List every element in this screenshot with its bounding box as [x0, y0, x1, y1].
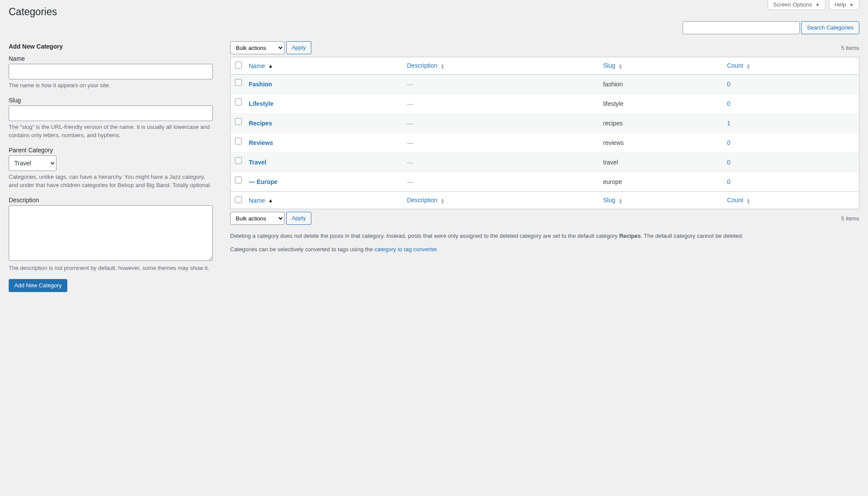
col-count[interactable]: Count ▲▼	[723, 57, 859, 75]
table-row: Lifestyle—lifestyle0	[231, 94, 859, 114]
row-count-link[interactable]: 0	[727, 159, 730, 166]
name-label: Name	[9, 55, 213, 62]
table-row: — Europe—europe0	[231, 172, 859, 191]
notes: Deleting a category does not delete the …	[230, 232, 859, 254]
chevron-down-icon: ▼	[815, 3, 820, 7]
name-input[interactable]	[9, 64, 213, 79]
row-checkbox[interactable]	[235, 177, 242, 184]
bulk-actions-bottom[interactable]: Bulk actions	[230, 212, 284, 225]
row-slug: recipes	[599, 114, 723, 133]
converter-link[interactable]: category to tag converter	[374, 246, 436, 253]
description-label: Description	[9, 197, 213, 204]
apply-top-button[interactable]: Apply	[286, 41, 312, 54]
col-description[interactable]: Description ▲▼	[403, 57, 599, 75]
description-input[interactable]	[9, 205, 213, 261]
items-count-bottom: 5 items	[841, 215, 859, 222]
row-description: —	[407, 120, 413, 127]
parent-help: Categories, unlike tags, can have a hier…	[9, 173, 213, 190]
slug-input[interactable]	[9, 105, 213, 121]
row-slug: lifestyle	[599, 94, 723, 114]
screen-options-label: Screen Options	[773, 1, 812, 8]
category-name-link[interactable]: Travel	[249, 159, 266, 166]
row-slug: travel	[599, 153, 723, 172]
col-slug-foot[interactable]: Slug ▲▼	[599, 191, 723, 209]
parent-label: Parent Category	[9, 147, 213, 154]
description-help: The description is not prominent by defa…	[9, 264, 213, 273]
table-row: Travel—travel0	[231, 153, 859, 172]
page-title: Categories	[9, 0, 859, 21]
col-slug[interactable]: Slug ▲▼	[599, 57, 723, 75]
apply-bottom-button[interactable]: Apply	[286, 212, 312, 225]
row-slug: reviews	[599, 133, 723, 153]
col-description-foot[interactable]: Description ▲▼	[403, 191, 599, 209]
sort-icon: ▲▼	[440, 198, 445, 204]
table-row: Reviews—reviews0	[231, 133, 859, 153]
categories-table: Name ▲ Description ▲▼ Slug ▲▼ Count ▲▼	[230, 57, 859, 209]
sort-asc-icon: ▲	[268, 65, 273, 68]
row-count-link[interactable]: 0	[727, 81, 730, 88]
category-name-link[interactable]: Reviews	[249, 139, 273, 146]
help-tab[interactable]: Help ▼	[829, 0, 859, 10]
sort-icon: ▲▼	[440, 63, 445, 69]
items-count-top: 5 items	[841, 45, 859, 51]
category-name-link[interactable]: Lifestyle	[249, 100, 274, 107]
select-all-top[interactable]	[235, 62, 242, 69]
table-row: Recipes—recipes1	[231, 114, 859, 133]
category-name-link[interactable]: — Europe	[249, 178, 277, 185]
slug-label: Slug	[9, 97, 213, 104]
default-category-name: Recipes	[619, 233, 641, 239]
form-heading: Add New Category	[9, 43, 213, 50]
row-checkbox[interactable]	[235, 157, 242, 164]
col-name[interactable]: Name ▲	[244, 57, 403, 75]
row-checkbox[interactable]	[235, 138, 242, 145]
bulk-actions-top[interactable]: Bulk actions	[230, 41, 284, 54]
name-help: The name is how it appears on your site.	[9, 81, 213, 90]
slug-help: The "slug" is the URL-friendly version o…	[9, 123, 213, 140]
row-count-link[interactable]: 0	[727, 178, 730, 185]
col-count-foot[interactable]: Count ▲▼	[723, 191, 859, 209]
row-checkbox[interactable]	[235, 79, 242, 86]
help-label: Help	[835, 1, 846, 8]
category-name-link[interactable]: Recipes	[249, 120, 272, 127]
screen-options-tab[interactable]: Screen Options ▼	[768, 0, 825, 10]
sort-icon: ▲▼	[618, 63, 623, 69]
category-name-link[interactable]: Fashion	[249, 81, 272, 88]
row-description: —	[407, 178, 413, 185]
table-row: Fashion—fashion0	[231, 75, 859, 94]
chevron-down-icon: ▼	[849, 3, 854, 7]
sort-icon: ▲▼	[746, 198, 751, 204]
row-count-link[interactable]: 1	[727, 120, 730, 127]
row-count-link[interactable]: 0	[727, 139, 730, 146]
sort-icon: ▲▼	[746, 63, 751, 69]
row-description: —	[407, 100, 413, 107]
row-checkbox[interactable]	[235, 99, 242, 105]
select-all-bottom[interactable]	[235, 196, 242, 203]
row-slug: fashion	[599, 75, 723, 94]
row-checkbox[interactable]	[235, 118, 242, 125]
search-input[interactable]	[683, 21, 800, 34]
search-categories-button[interactable]: Search Categories	[801, 21, 859, 34]
row-count-link[interactable]: 0	[727, 100, 730, 107]
row-description: —	[407, 139, 413, 146]
row-slug: europe	[599, 172, 723, 191]
row-description: —	[407, 159, 413, 166]
sort-asc-icon: ▲	[268, 199, 273, 202]
sort-icon: ▲▼	[618, 198, 623, 204]
parent-select[interactable]: Travel	[9, 155, 56, 171]
col-name-foot[interactable]: Name ▲	[244, 191, 403, 209]
add-category-button[interactable]: Add New Category	[9, 279, 67, 292]
row-description: —	[407, 81, 413, 88]
